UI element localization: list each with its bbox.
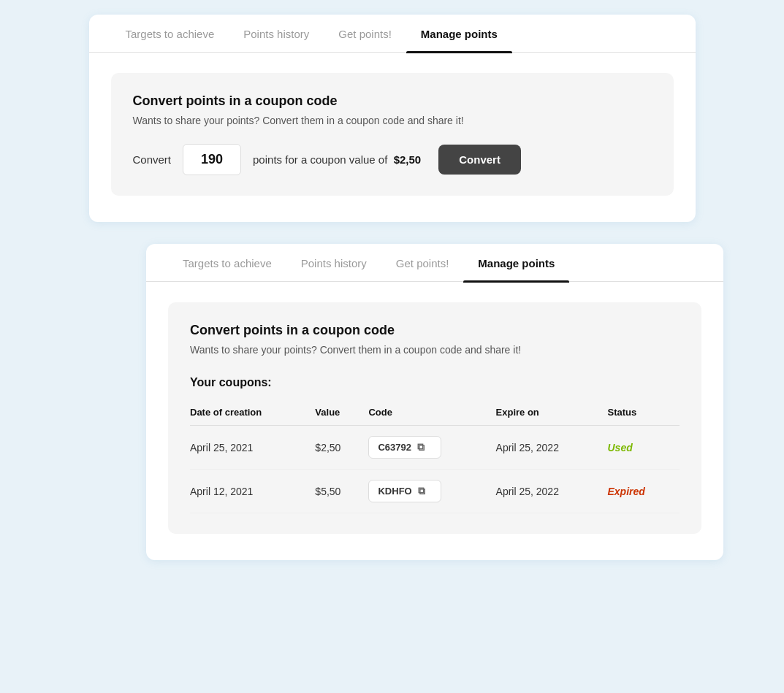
convert-label-top: Convert <box>133 153 172 166</box>
status-badge-used: Used <box>607 442 632 453</box>
cell-code-2: KDHFO ⧉ <box>368 470 495 513</box>
col-header-status: Status <box>607 401 680 426</box>
tab-manage-bottom[interactable]: Manage points <box>463 244 569 281</box>
col-header-expire: Expire on <box>496 401 608 426</box>
card-content-top: Convert points in a coupon code Wants to… <box>89 53 696 222</box>
col-header-code: Code <box>368 401 495 426</box>
cell-status-1: Used <box>607 426 680 470</box>
convert-section-bottom: Convert points in a coupon code Wants to… <box>168 302 701 534</box>
coupons-table: Date of creation Value Code Expire on St… <box>190 401 680 513</box>
section-title-bottom: Convert points in a coupon code <box>190 323 680 338</box>
card-bottom: Targets to achieve Points history Get po… <box>146 244 723 560</box>
section-subtitle-top: Wants to share your points? Convert them… <box>133 115 652 126</box>
copy-icon-1[interactable]: ⧉ <box>417 441 425 453</box>
tab-targets-top[interactable]: Targets to achieve <box>111 15 229 52</box>
tab-get-top[interactable]: Get points! <box>324 15 406 52</box>
coupon-value-top: $2,50 <box>394 153 422 166</box>
convert-row-top: Convert points for a coupon value of $2,… <box>133 144 652 175</box>
code-box-2: KDHFO ⧉ <box>368 480 441 502</box>
code-box-1: C63792 ⧉ <box>368 436 441 459</box>
points-text-top: points for a coupon value of $2,50 <box>253 153 421 166</box>
cell-value-1: $2,50 <box>315 426 368 470</box>
convert-button-top[interactable]: Convert <box>438 145 521 175</box>
tab-nav-bottom: Targets to achieve Points history Get po… <box>146 244 723 282</box>
code-text-2: KDHFO <box>378 486 411 497</box>
cell-expire-1: April 25, 2022 <box>496 426 608 470</box>
cell-date-1: April 25, 2021 <box>190 426 315 470</box>
card-content-bottom: Convert points in a coupon code Wants to… <box>146 282 723 560</box>
status-badge-expired: Expired <box>607 486 644 497</box>
col-header-value: Value <box>315 401 368 426</box>
copy-icon-2[interactable]: ⧉ <box>418 485 425 497</box>
col-header-date: Date of creation <box>190 401 315 426</box>
cell-date-2: April 12, 2021 <box>190 470 315 513</box>
cell-status-2: Expired <box>607 470 680 513</box>
code-text-1: C63792 <box>378 442 411 453</box>
table-row: April 12, 2021 $5,50 KDHFO ⧉ April 25, 2… <box>190 470 680 513</box>
tab-history-top[interactable]: Points history <box>229 15 324 52</box>
cell-code-1: C63792 ⧉ <box>368 426 495 470</box>
tab-get-bottom[interactable]: Get points! <box>381 244 464 281</box>
cell-value-2: $5,50 <box>315 470 368 513</box>
section-title-top: Convert points in a coupon code <box>133 93 652 109</box>
points-input-top[interactable] <box>183 144 241 175</box>
tab-history-bottom[interactable]: Points history <box>286 244 381 281</box>
section-subtitle-bottom: Wants to share your points? Convert them… <box>190 344 680 356</box>
cell-expire-2: April 25, 2022 <box>496 470 608 513</box>
table-row: April 25, 2021 $2,50 C63792 ⧉ April 25, … <box>190 426 680 470</box>
tab-nav-top: Targets to achieve Points history Get po… <box>89 15 696 53</box>
tab-manage-top[interactable]: Manage points <box>406 15 512 52</box>
tab-targets-bottom[interactable]: Targets to achieve <box>168 244 286 281</box>
card-top: Targets to achieve Points history Get po… <box>89 15 696 222</box>
convert-section-top: Convert points in a coupon code Wants to… <box>111 73 674 196</box>
coupons-title: Your coupons: <box>190 376 680 389</box>
